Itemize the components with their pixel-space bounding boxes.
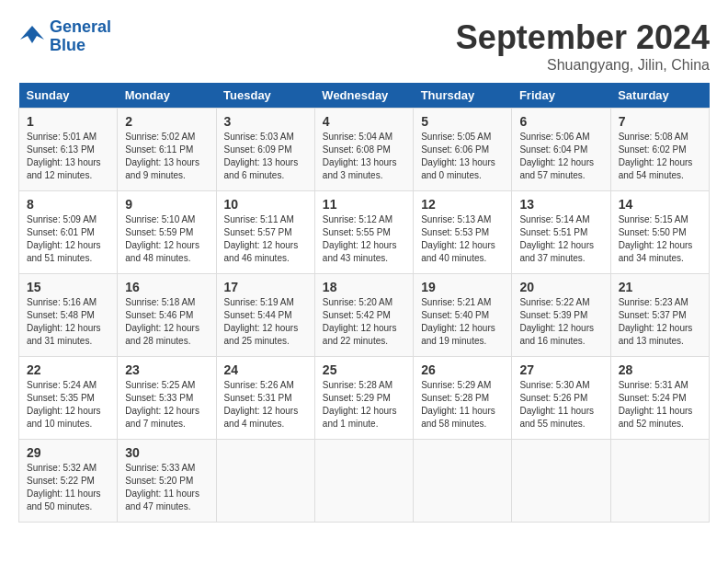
calendar-week-1: 1Sunrise: 5:01 AM Sunset: 6:13 PM Daylig… [19,109,710,191]
day-info: Sunrise: 5:29 AM Sunset: 5:28 PM Dayligh… [421,379,504,431]
day-number: 1 [27,114,109,129]
day-number: 27 [519,362,602,377]
calendar-cell: 8Sunrise: 5:09 AM Sunset: 6:01 PM Daylig… [19,191,118,274]
day-info: Sunrise: 5:14 AM Sunset: 5:51 PM Dayligh… [519,213,602,265]
calendar-cell: 28Sunrise: 5:31 AM Sunset: 5:24 PM Dayli… [610,357,709,440]
day-info: Sunrise: 5:11 AM Sunset: 5:57 PM Dayligh… [224,213,307,265]
day-info: Sunrise: 5:02 AM Sunset: 6:11 PM Dayligh… [125,131,208,182]
day-number: 21 [619,280,701,294]
day-number: 13 [519,197,602,212]
header-tuesday: Tuesday [216,83,314,109]
day-number: 24 [224,362,307,377]
logo: General Blue [18,18,111,55]
logo-blue: Blue [50,36,85,54]
calendar-body: 1Sunrise: 5:01 AM Sunset: 6:13 PM Daylig… [19,109,710,523]
calendar-cell: 13Sunrise: 5:14 AM Sunset: 5:51 PM Dayli… [512,191,610,274]
calendar-cell [610,440,709,523]
day-number: 9 [125,197,208,212]
calendar-cell: 17Sunrise: 5:19 AM Sunset: 5:44 PM Dayli… [216,274,314,357]
day-number: 15 [27,280,109,294]
calendar-cell: 20Sunrise: 5:22 AM Sunset: 5:39 PM Dayli… [512,274,610,357]
day-number: 17 [224,280,307,294]
day-number: 20 [519,280,602,294]
location-title: Shuangyang, Jilin, China [456,57,710,74]
header-thursday: Thursday [414,83,512,109]
day-number: 19 [421,280,504,294]
day-info: Sunrise: 5:30 AM Sunset: 5:26 PM Dayligh… [519,379,602,431]
day-info: Sunrise: 5:31 AM Sunset: 5:24 PM Dayligh… [619,379,701,431]
calendar-cell: 3Sunrise: 5:03 AM Sunset: 6:09 PM Daylig… [216,109,314,191]
logo-text: General Blue [50,18,111,55]
calendar-cell: 18Sunrise: 5:20 AM Sunset: 5:42 PM Dayli… [314,274,413,357]
day-info: Sunrise: 5:25 AM Sunset: 5:33 PM Dayligh… [125,379,208,431]
day-number: 7 [619,114,701,129]
calendar-header: Sunday Monday Tuesday Wednesday Thursday… [19,83,710,109]
day-info: Sunrise: 5:13 AM Sunset: 5:53 PM Dayligh… [421,213,504,265]
calendar-cell [414,440,512,523]
calendar-cell: 7Sunrise: 5:08 AM Sunset: 6:02 PM Daylig… [610,109,709,191]
day-number: 25 [323,362,405,377]
calendar-cell: 30Sunrise: 5:33 AM Sunset: 5:20 PM Dayli… [118,440,216,523]
day-number: 5 [421,114,504,129]
calendar-cell: 29Sunrise: 5:32 AM Sunset: 5:22 PM Dayli… [19,440,118,523]
day-number: 3 [224,114,307,129]
day-info: Sunrise: 5:24 AM Sunset: 5:35 PM Dayligh… [27,379,109,431]
calendar-cell: 27Sunrise: 5:30 AM Sunset: 5:26 PM Dayli… [512,357,610,440]
header-saturday: Saturday [610,83,709,109]
day-info: Sunrise: 5:19 AM Sunset: 5:44 PM Dayligh… [224,296,307,348]
day-info: Sunrise: 5:16 AM Sunset: 5:48 PM Dayligh… [27,296,109,348]
day-info: Sunrise: 5:15 AM Sunset: 5:50 PM Dayligh… [619,213,701,265]
calendar-cell: 16Sunrise: 5:18 AM Sunset: 5:46 PM Dayli… [118,274,216,357]
logo-general: General [50,17,111,36]
day-info: Sunrise: 5:32 AM Sunset: 5:22 PM Dayligh… [27,462,109,513]
day-info: Sunrise: 5:05 AM Sunset: 6:06 PM Dayligh… [421,131,504,182]
calendar-cell: 4Sunrise: 5:04 AM Sunset: 6:08 PM Daylig… [314,109,413,191]
calendar-table: Sunday Monday Tuesday Wednesday Thursday… [18,83,710,523]
page-header: General Blue September 2024 Shuangyang, … [18,18,710,74]
calendar-cell: 24Sunrise: 5:26 AM Sunset: 5:31 PM Dayli… [216,357,314,440]
calendar-cell: 1Sunrise: 5:01 AM Sunset: 6:13 PM Daylig… [19,109,118,191]
day-number: 18 [323,280,405,294]
day-info: Sunrise: 5:26 AM Sunset: 5:31 PM Dayligh… [224,379,307,431]
calendar-cell: 21Sunrise: 5:23 AM Sunset: 5:37 PM Dayli… [610,274,709,357]
calendar-cell [512,440,610,523]
day-number: 11 [323,197,405,212]
day-number: 26 [421,362,504,377]
day-info: Sunrise: 5:22 AM Sunset: 5:39 PM Dayligh… [519,296,602,348]
calendar-week-4: 22Sunrise: 5:24 AM Sunset: 5:35 PM Dayli… [19,357,710,440]
calendar-cell: 25Sunrise: 5:28 AM Sunset: 5:29 PM Dayli… [314,357,413,440]
calendar-cell: 10Sunrise: 5:11 AM Sunset: 5:57 PM Dayli… [216,191,314,274]
calendar-week-5: 29Sunrise: 5:32 AM Sunset: 5:22 PM Dayli… [19,440,710,523]
logo-icon [18,23,46,51]
header-row: Sunday Monday Tuesday Wednesday Thursday… [19,83,710,109]
day-number: 28 [619,362,701,377]
day-info: Sunrise: 5:08 AM Sunset: 6:02 PM Dayligh… [619,131,701,182]
day-number: 30 [125,445,208,460]
header-friday: Friday [512,83,610,109]
day-number: 6 [519,114,602,129]
day-info: Sunrise: 5:21 AM Sunset: 5:40 PM Dayligh… [421,296,504,348]
calendar-cell: 22Sunrise: 5:24 AM Sunset: 5:35 PM Dayli… [19,357,118,440]
calendar-cell: 23Sunrise: 5:25 AM Sunset: 5:33 PM Dayli… [118,357,216,440]
day-number: 12 [421,197,504,212]
month-title: September 2024 [456,18,710,57]
day-number: 14 [619,197,701,212]
day-info: Sunrise: 5:03 AM Sunset: 6:09 PM Dayligh… [224,131,307,182]
calendar-week-2: 8Sunrise: 5:09 AM Sunset: 6:01 PM Daylig… [19,191,710,274]
day-info: Sunrise: 5:23 AM Sunset: 5:37 PM Dayligh… [619,296,701,348]
calendar-cell: 12Sunrise: 5:13 AM Sunset: 5:53 PM Dayli… [414,191,512,274]
day-number: 29 [27,445,109,460]
header-monday: Monday [118,83,216,109]
calendar-cell: 2Sunrise: 5:02 AM Sunset: 6:11 PM Daylig… [118,109,216,191]
day-number: 2 [125,114,208,129]
day-number: 23 [125,362,208,377]
day-info: Sunrise: 5:01 AM Sunset: 6:13 PM Dayligh… [27,131,109,182]
day-info: Sunrise: 5:28 AM Sunset: 5:29 PM Dayligh… [323,379,405,431]
day-info: Sunrise: 5:12 AM Sunset: 5:55 PM Dayligh… [323,213,405,265]
calendar-cell [216,440,314,523]
calendar-week-3: 15Sunrise: 5:16 AM Sunset: 5:48 PM Dayli… [19,274,710,357]
header-wednesday: Wednesday [314,83,413,109]
calendar-cell: 9Sunrise: 5:10 AM Sunset: 5:59 PM Daylig… [118,191,216,274]
calendar-cell: 15Sunrise: 5:16 AM Sunset: 5:48 PM Dayli… [19,274,118,357]
day-info: Sunrise: 5:09 AM Sunset: 6:01 PM Dayligh… [27,213,109,265]
